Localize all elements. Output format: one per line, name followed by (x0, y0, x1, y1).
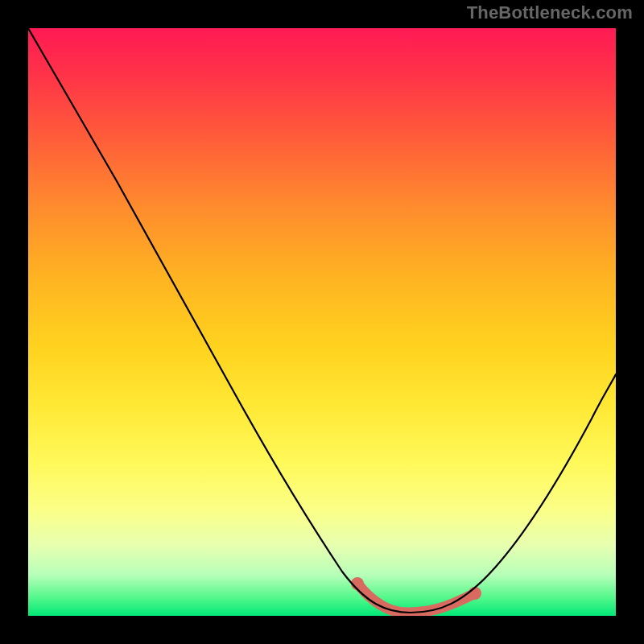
optimal-end-dot (469, 587, 481, 600)
chart-frame: TheBottleneck.com (0, 0, 644, 644)
bottleneck-curve (28, 28, 616, 613)
watermark-text: TheBottleneck.com (467, 2, 633, 23)
curve-layer (28, 28, 616, 616)
optimal-range-highlight (357, 584, 475, 613)
plot-area (28, 28, 616, 616)
